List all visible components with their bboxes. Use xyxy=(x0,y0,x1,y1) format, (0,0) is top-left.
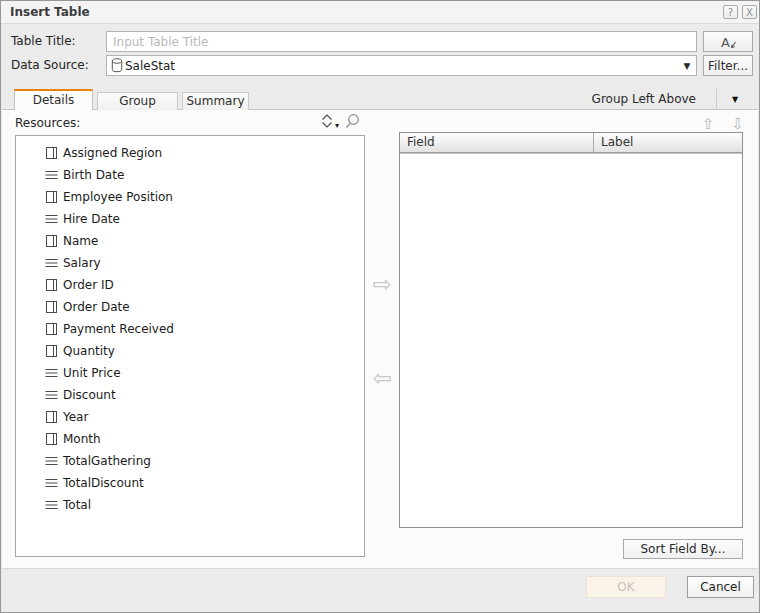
resource-item[interactable]: Hire Date xyxy=(16,208,364,230)
field-box-icon xyxy=(45,234,58,248)
font-style-icon: A xyxy=(719,34,738,50)
field-lines-icon xyxy=(45,212,58,226)
field-box-icon xyxy=(45,410,58,424)
resource-item-label: Order ID xyxy=(63,278,114,292)
field-lines-icon xyxy=(45,168,58,182)
ok-button[interactable]: OK xyxy=(586,576,666,598)
resource-item[interactable]: Total xyxy=(16,494,364,516)
resource-item-label: Year xyxy=(63,410,88,424)
resource-item[interactable]: Salary xyxy=(16,252,364,274)
data-source-combobox[interactable]: SaleStat ▼ xyxy=(106,55,697,76)
group-position-label: Group Left Above xyxy=(592,89,696,110)
resources-toolbar: ▾ xyxy=(320,113,361,130)
reorder-buttons: ⇧ ⇩ xyxy=(702,115,744,133)
resource-item-label: TotalGathering xyxy=(63,454,151,468)
field-box-icon xyxy=(45,146,58,160)
column-header-field: Field xyxy=(400,133,594,153)
field-box-icon xyxy=(45,432,58,446)
resource-item[interactable]: Unit Price xyxy=(16,362,364,384)
search-icon[interactable] xyxy=(344,113,361,130)
dialog-footer: OK Cancel xyxy=(2,568,758,611)
resource-item[interactable]: Payment Received xyxy=(16,318,364,340)
chevron-down-icon: ▼ xyxy=(732,95,738,104)
field-box-icon xyxy=(45,190,58,204)
resource-item-label: Quantity xyxy=(63,344,115,358)
field-box-icon xyxy=(45,344,58,358)
field-box-icon xyxy=(45,278,58,292)
close-icon[interactable]: X xyxy=(742,5,757,19)
resource-item[interactable]: Month xyxy=(16,428,364,450)
field-lines-icon xyxy=(45,366,58,380)
sort-field-by-button[interactable]: Sort Field By... xyxy=(623,539,743,559)
font-style-button[interactable]: A xyxy=(703,31,753,52)
field-lines-icon xyxy=(45,454,58,468)
group-position-dropdown[interactable]: ▼ xyxy=(716,89,753,109)
resource-item-label: Order Date xyxy=(63,300,130,314)
fields-table-header: Field Label xyxy=(400,133,742,154)
field-lines-icon xyxy=(45,498,58,512)
resource-item-label: Employee Position xyxy=(63,190,173,204)
selected-fields-panel: Field Label xyxy=(399,132,743,528)
dialog-title: Insert Table xyxy=(10,5,90,19)
help-icon[interactable]: ? xyxy=(723,5,738,19)
column-header-label: Label xyxy=(594,133,742,153)
resource-item[interactable]: Year xyxy=(16,406,364,428)
field-lines-icon xyxy=(45,476,58,490)
dialog-titlebar: Insert Table ? X xyxy=(1,1,759,24)
tab-group[interactable]: Group xyxy=(97,92,178,110)
resource-item[interactable]: Quantity xyxy=(16,340,364,362)
resource-item-label: TotalDiscount xyxy=(63,476,144,490)
resource-item-label: Payment Received xyxy=(63,322,174,336)
tabstrip: Details Group Summary Group Left Above ▼ xyxy=(2,89,758,110)
resources-label: Resources: xyxy=(15,114,80,132)
details-tab-panel: Resources: ▾ xyxy=(2,110,758,569)
database-icon xyxy=(111,58,123,73)
resource-item-label: Assigned Region xyxy=(63,146,162,160)
resource-item-label: Unit Price xyxy=(63,366,121,380)
resource-item[interactable]: Assigned Region xyxy=(16,142,364,164)
move-down-icon[interactable]: ⇩ xyxy=(731,115,744,133)
move-to-right-button[interactable]: ⇨ xyxy=(365,272,400,296)
field-lines-icon xyxy=(45,388,58,402)
insert-table-dialog: Insert Table ? X Table Title: A Data Sou… xyxy=(0,0,760,613)
table-title-input[interactable] xyxy=(106,31,697,52)
tab-details[interactable]: Details xyxy=(14,89,93,110)
table-title-label: Table Title: xyxy=(11,31,76,52)
resource-item-label: Month xyxy=(63,432,101,446)
combo-dropdown-icon[interactable]: ▼ xyxy=(678,61,696,71)
resource-item-label: Birth Date xyxy=(63,168,124,182)
resource-item-label: Hire Date xyxy=(63,212,120,226)
resource-item-label: Total xyxy=(63,498,91,512)
resource-item[interactable]: Order Date xyxy=(16,296,364,318)
resource-item[interactable]: Discount xyxy=(16,384,364,406)
svg-text:A: A xyxy=(721,35,730,50)
field-lines-icon xyxy=(45,256,58,270)
data-source-label: Data Source: xyxy=(11,55,89,76)
tab-summary[interactable]: Summary xyxy=(182,92,249,110)
sort-order-icon[interactable] xyxy=(320,113,334,130)
resource-item-label: Name xyxy=(63,234,98,248)
field-box-icon xyxy=(45,322,58,336)
resource-item[interactable]: Order ID xyxy=(16,274,364,296)
resource-item[interactable]: TotalDiscount xyxy=(16,472,364,494)
move-to-left-button[interactable]: ⇦ xyxy=(365,366,400,390)
resource-item[interactable]: Name xyxy=(16,230,364,252)
resource-item[interactable]: Employee Position xyxy=(16,186,364,208)
move-up-icon[interactable]: ⇧ xyxy=(702,115,715,133)
sort-caret-icon[interactable]: ▾ xyxy=(335,121,339,130)
data-source-value: SaleStat xyxy=(125,59,678,73)
cancel-button[interactable]: Cancel xyxy=(687,576,754,598)
resource-item-label: Discount xyxy=(63,388,116,402)
resource-item-label: Salary xyxy=(63,256,101,270)
resource-item[interactable]: Birth Date xyxy=(16,164,364,186)
field-box-icon xyxy=(45,300,58,314)
resources-list: Assigned Region Birth Date xyxy=(15,135,365,557)
filter-button[interactable]: Filter... xyxy=(703,55,753,76)
resource-item[interactable]: TotalGathering xyxy=(16,450,364,472)
